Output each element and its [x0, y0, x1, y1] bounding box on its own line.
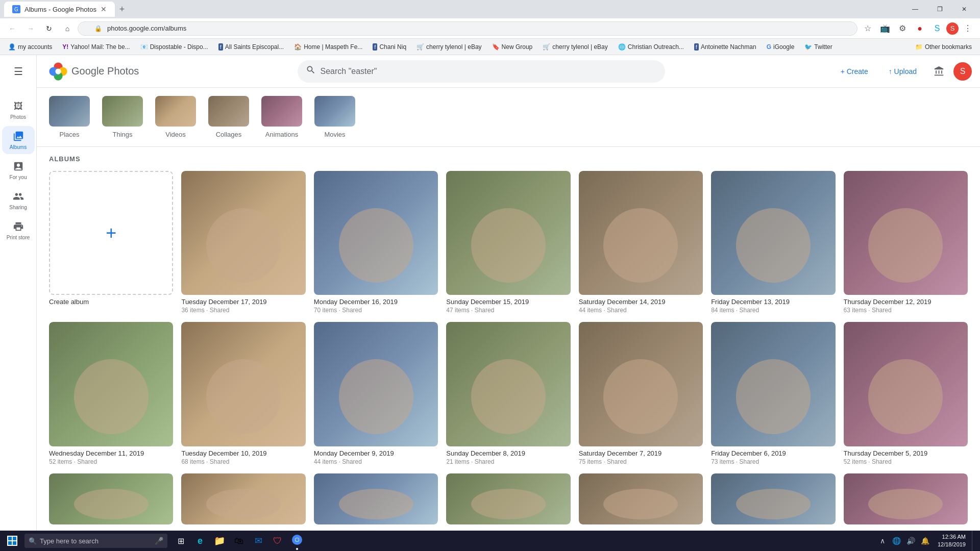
- bookmark-cherry1-label: cherry tylenol | eBay: [426, 43, 482, 51]
- apps-grid-button[interactable]: [929, 61, 949, 82]
- active-tab[interactable]: G Albums - Google Photos ✕: [4, 2, 115, 17]
- sidebar-menu-button[interactable]: ☰: [6, 59, 31, 84]
- sidebar-item-albums[interactable]: Albums: [2, 126, 35, 154]
- album-dec16[interactable]: Monday December 16, 2019 70 items · Shar…: [314, 171, 438, 314]
- upload-button[interactable]: ↑ Upload: [880, 63, 925, 80]
- category-videos[interactable]: Videos: [155, 96, 196, 138]
- tab-close-button[interactable]: ✕: [101, 5, 107, 13]
- create-album-button[interactable]: +: [49, 171, 173, 295]
- back-button[interactable]: ←: [4, 20, 20, 37]
- album-dec4a[interactable]: [49, 473, 173, 524]
- bookmark-maspeth[interactable]: 🏠 Home | Maspeth Fe...: [290, 42, 366, 52]
- album-dec17[interactable]: Tuesday December 17, 2019 36 items · Sha…: [181, 171, 305, 314]
- album-dec4g[interactable]: [844, 473, 968, 524]
- bookmark-allsaints[interactable]: f All Saints Episcopal...: [214, 42, 288, 52]
- category-things[interactable]: Things: [102, 96, 143, 138]
- album-dec4b[interactable]: [181, 473, 305, 524]
- address-bar-row: ← → ↻ ⌂ 🔒 photos.google.com/albums ☆ 📺 ⚙…: [0, 18, 980, 39]
- home-button[interactable]: ⌂: [59, 20, 76, 37]
- taskbar-chrome-button[interactable]: [288, 531, 306, 551]
- album-dec5[interactable]: Thursday December 5, 2019 52 items · Sha…: [844, 322, 968, 465]
- skype-icon[interactable]: S: [929, 20, 945, 37]
- show-desktop-button[interactable]: [972, 531, 976, 551]
- taskbar-explorer-button[interactable]: 📁: [210, 531, 229, 551]
- bookmark-christian[interactable]: 🌐 Christian Outreach...: [614, 42, 688, 52]
- album-dec4e[interactable]: [579, 473, 703, 524]
- forward-button[interactable]: →: [22, 20, 39, 37]
- bookmark-other[interactable]: 📁 Other bookmarks: [911, 42, 976, 52]
- taskbar-store-button[interactable]: 🛍: [230, 531, 248, 551]
- album-dec8[interactable]: Sunday December 8, 2019 21 items · Share…: [446, 322, 570, 465]
- sidebar-item-photos[interactable]: 🖼 Photos: [2, 96, 35, 124]
- album-dec13[interactable]: Friday December 13, 2019 84 items · Shar…: [711, 171, 835, 314]
- taskbar-antivirus-button[interactable]: 🛡: [268, 531, 287, 551]
- profile-icon[interactable]: S: [946, 22, 959, 35]
- album-dec4c[interactable]: [314, 473, 438, 524]
- bookmark-dispostable[interactable]: 📧 Dispostable - Dispo...: [136, 42, 212, 52]
- start-button[interactable]: [0, 531, 24, 551]
- taskbar-search[interactable]: 🔍 Type here to search 🎤: [24, 534, 167, 548]
- album-dec4f[interactable]: [711, 473, 835, 524]
- album-dec4d[interactable]: [446, 473, 570, 524]
- album-dec11-face: [74, 359, 149, 434]
- bookmark-antoinette[interactable]: f Antoinette Nachman: [690, 42, 761, 52]
- bookmark-accounts[interactable]: 👤 my accounts: [4, 42, 56, 52]
- sidebar-item-printstore[interactable]: Print store: [2, 216, 35, 244]
- album-dec6[interactable]: Friday December 6, 2019 73 items · Share…: [711, 322, 835, 465]
- album-dec7[interactable]: Saturday December 7, 2019 75 items · Sha…: [579, 322, 703, 465]
- album-dec13-title: Friday December 13, 2019: [711, 298, 835, 306]
- taskbar-mail-button[interactable]: ✉: [249, 531, 267, 551]
- category-animations[interactable]: Animations: [261, 96, 302, 138]
- new-tab-button[interactable]: +: [115, 2, 129, 16]
- close-button[interactable]: ✕: [952, 2, 976, 17]
- show-hidden-icons-button[interactable]: ∧: [876, 531, 889, 551]
- bookmark-christian-label: Christian Outreach...: [628, 43, 684, 51]
- address-bar[interactable]: 🔒 photos.google.com/albums: [78, 21, 857, 36]
- create-button[interactable]: + Create: [832, 63, 876, 80]
- album-dec12[interactable]: Thursday December 12, 2019 63 items · Sh…: [844, 171, 968, 314]
- edge-icon: e: [198, 536, 203, 546]
- star-icon[interactable]: ☆: [860, 20, 876, 37]
- album-dec7-thumb: [579, 322, 703, 446]
- maximize-button[interactable]: ❐: [928, 2, 951, 17]
- tab-bar: G Albums - Google Photos ✕ + — ❐ ✕: [0, 0, 980, 18]
- category-movies[interactable]: Movies: [314, 96, 355, 138]
- album-dec11[interactable]: Wednesday December 11, 2019 52 items · S…: [49, 322, 173, 465]
- bookmark-chani[interactable]: f Chani Niq: [369, 42, 410, 52]
- album-dec15[interactable]: Sunday December 15, 2019 47 items · Shar…: [446, 171, 570, 314]
- menu-icon[interactable]: ⋮: [960, 20, 976, 37]
- bookmark-yahoo[interactable]: Y! Yahoo! Mail: The be...: [58, 42, 134, 52]
- bookmark-cherry2[interactable]: 🛒 cherry tylenol | eBay: [538, 42, 612, 52]
- search-bar[interactable]: Search "easter": [298, 60, 665, 83]
- category-collages-thumb: [208, 96, 249, 127]
- minimize-button[interactable]: —: [903, 2, 927, 17]
- upload-label: ↑ Upload: [889, 67, 917, 76]
- create-album-card[interactable]: + Create album: [49, 171, 173, 314]
- notification-icon[interactable]: 🔔: [919, 531, 932, 551]
- album-dec9[interactable]: Monday December 9, 2019 44 items · Share…: [314, 322, 438, 465]
- sidebar-item-foryou[interactable]: For you: [2, 156, 35, 184]
- sidebar-item-sharing[interactable]: Sharing: [2, 186, 35, 214]
- bookmark-igoogle[interactable]: G iGoogle: [763, 42, 799, 52]
- reload-button[interactable]: ↻: [41, 20, 57, 37]
- bookmark-newgroup[interactable]: 🔖 New Group: [488, 42, 537, 52]
- bookmark-cherry1[interactable]: 🛒 cherry tylenol | eBay: [412, 42, 486, 52]
- category-collages[interactable]: Collages: [208, 96, 249, 138]
- sidebar-printstore-label: Print store: [7, 235, 30, 240]
- taskbar-taskview-button[interactable]: ⊞: [172, 531, 190, 551]
- lastpass-icon[interactable]: ●: [912, 20, 928, 37]
- cast-icon[interactable]: 📺: [877, 20, 893, 37]
- extensions-icon[interactable]: ⚙: [894, 20, 911, 37]
- system-clock[interactable]: 12:36 AM 12/18/2019: [934, 533, 970, 549]
- network-icon[interactable]: 🌐: [891, 531, 903, 551]
- volume-icon[interactable]: 🔊: [905, 531, 917, 551]
- bookmark-twitter[interactable]: 🐦 Twitter: [800, 42, 836, 52]
- bookmark-antoinette-icon: f: [694, 43, 699, 51]
- category-places[interactable]: Places: [49, 96, 90, 138]
- album-dec12-face: [868, 208, 943, 283]
- user-avatar[interactable]: S: [953, 62, 972, 81]
- taskbar-edge-button[interactable]: e: [191, 531, 209, 551]
- album-dec10[interactable]: Tuesday December 10, 2019 68 items · Sha…: [181, 322, 305, 465]
- album-dec6-title: Friday December 6, 2019: [711, 449, 835, 457]
- album-dec14[interactable]: Saturday December 14, 2019 44 items · Sh…: [579, 171, 703, 314]
